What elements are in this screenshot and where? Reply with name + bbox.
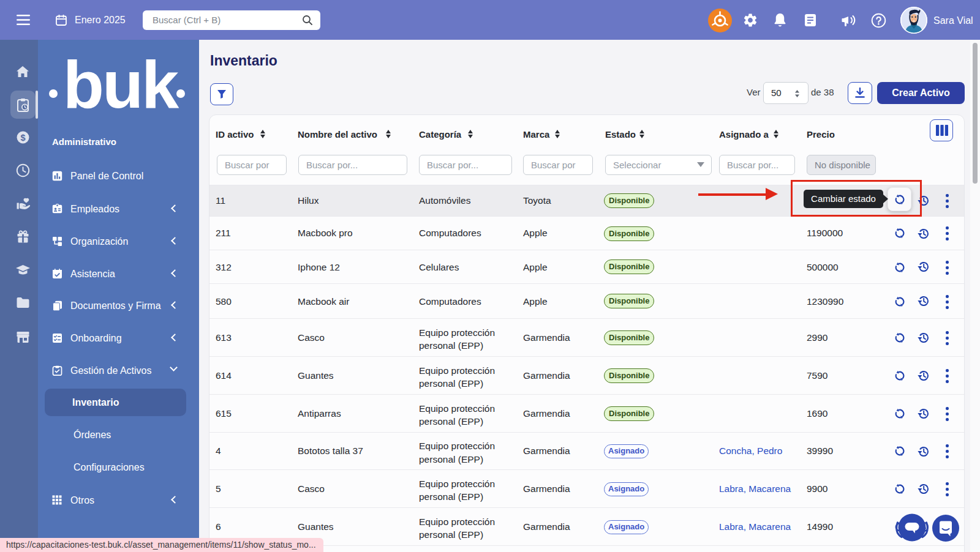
svg-text:$: $ — [20, 133, 25, 143]
svg-text:buk: buk — [63, 52, 179, 113]
